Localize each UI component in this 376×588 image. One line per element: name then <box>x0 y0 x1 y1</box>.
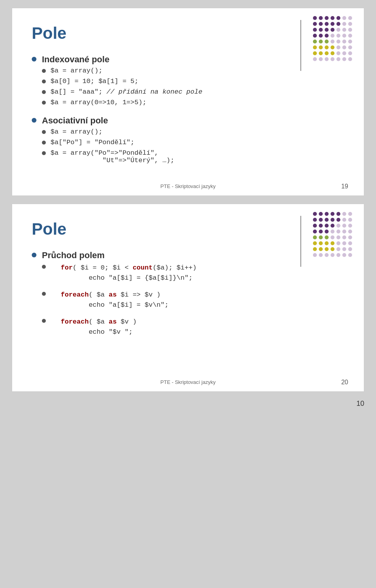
for-line1: for( $i = 0; $i < count($a); $i++) <box>61 264 197 271</box>
section-assoc-label: Asociativní pole <box>42 116 344 126</box>
indexed-code-2: $a[0] = 10; $a[1] = 5; <box>51 78 138 85</box>
dots-grid-2 <box>313 212 352 258</box>
foreach2-line1: foreach( $a as $v ) <box>61 318 137 326</box>
pruchod-item-foreach1: foreach( $a as $i => $v ) echo "a[$i] = … <box>42 290 344 310</box>
sub-dot-4 <box>42 101 46 105</box>
slide-2-footer: PTE - Skriptovací jazyky 20 <box>12 379 364 385</box>
slide-2-title: Pole <box>32 220 344 239</box>
sub-dot-1 <box>42 69 46 73</box>
slide-1-footer: PTE - Skriptovací jazyky 19 <box>12 183 364 189</box>
indexed-code-1: $a = array(); <box>51 67 103 74</box>
bottom-page-number: 10 <box>12 400 364 408</box>
slide-1: Pole Indexované pole $a = array(); $a[0]… <box>12 8 364 196</box>
pruchod-item-for: for( $i = 0; $i < count($a); $i++) echo … <box>42 263 344 283</box>
bullet-dot-pruchod <box>32 253 36 257</box>
assoc-item-3: $a = array("Po"=>"Pondělí", "Ut"=>"Úterý… <box>42 149 344 164</box>
pruchod-dot-for <box>42 265 46 269</box>
slide-2-page-number: 20 <box>341 379 348 386</box>
assoc-code-3: $a = array("Po"=>"Pondělí", "Ut"=>"Úterý… <box>51 149 174 164</box>
assoc-dot-2 <box>42 141 46 145</box>
section-pruchod: Průchod polem for( $i = 0; $i < count($a… <box>32 250 344 340</box>
sub-dot-2 <box>42 80 46 83</box>
assoc-item-1: $a = array(); <box>42 128 344 136</box>
for-line2: echo "a[$i] = {$a[$i]}\n"; <box>61 274 193 282</box>
section-pruchod-content: Průchod polem for( $i = 0; $i < count($a… <box>42 250 344 340</box>
slide-1-footer-text: PTE - Skriptovací jazyky <box>161 183 216 189</box>
assoc-code-1: $a = array(); <box>51 128 103 136</box>
bullet-dot-indexed <box>32 57 36 62</box>
assoc-dot-3 <box>42 151 46 155</box>
indexed-item-1: $a = array(); <box>42 67 344 74</box>
assoc-sub-bullets: $a = array(); $a["Po"] = "Pondělí"; $a =… <box>42 128 344 164</box>
indexed-code-4: $a = array(0=>10, 1=>5); <box>51 99 146 106</box>
sub-dot-3 <box>42 90 46 94</box>
pruchod-foreach2-code: foreach( $a as $v ) echo "$v "; <box>61 317 137 337</box>
dots-decoration-2 <box>313 212 352 255</box>
slide-1-title: Pole <box>32 24 344 43</box>
section-assoc: Asociativní pole $a = array(); $a["Po"] … <box>32 116 344 167</box>
indexed-item-3: $a[] = "aaa"; // přidání na konec pole <box>42 88 344 96</box>
pruchod-sub-bullets: for( $i = 0; $i < count($a); $i++) echo … <box>42 263 344 337</box>
indexed-sub-bullets: $a = array(); $a[0] = 10; $a[1] = 5; $a[… <box>42 67 344 106</box>
vertical-line-1 <box>300 20 301 71</box>
section-assoc-content: Asociativní pole $a = array(); $a["Po"] … <box>42 116 344 167</box>
slide-2-footer-text: PTE - Skriptovací jazyky <box>161 379 216 385</box>
indexed-item-2: $a[0] = 10; $a[1] = 5; <box>42 78 344 85</box>
assoc-item-2: $a["Po"] = "Pondělí"; <box>42 139 344 146</box>
indexed-code-3: $a[] = "aaa"; // přidání na konec pole <box>51 88 202 96</box>
assoc-dot-1 <box>42 130 46 134</box>
bottom-page-number-value: 10 <box>356 400 364 407</box>
dots-grid-1 <box>313 16 352 62</box>
section-indexed-label: Indexované pole <box>42 54 344 65</box>
foreach2-line2: echo "$v "; <box>61 328 133 336</box>
pruchod-dot-foreach1 <box>42 292 46 296</box>
pruchod-dot-foreach2 <box>42 319 46 323</box>
slide-1-content: Indexované pole $a = array(); $a[0] = 10… <box>32 54 344 167</box>
foreach1-line1: foreach( $a as $i => $v ) <box>61 291 161 299</box>
assoc-code-2: $a["Po"] = "Pondělí"; <box>51 139 134 146</box>
pruchod-item-foreach2: foreach( $a as $v ) echo "$v "; <box>42 317 344 337</box>
vertical-line-2 <box>300 216 301 267</box>
bullet-dot-assoc <box>32 118 36 123</box>
foreach1-line2: echo "a[$i] = $v\n"; <box>61 301 168 309</box>
slide-2: Pole Průchod polem for( $i = 0; $i < cou… <box>12 204 364 392</box>
slide-2-content: Průchod polem for( $i = 0; $i < count($a… <box>32 250 344 340</box>
pruchod-foreach1-code: foreach( $a as $i => $v ) echo "a[$i] = … <box>61 290 168 310</box>
section-indexed: Indexované pole $a = array(); $a[0] = 10… <box>32 54 344 109</box>
pruchod-for-code: for( $i = 0; $i < count($a); $i++) echo … <box>61 263 197 283</box>
indexed-item-4: $a = array(0=>10, 1=>5); <box>42 99 344 106</box>
section-indexed-content: Indexované pole $a = array(); $a[0] = 10… <box>42 54 344 109</box>
section-pruchod-label: Průchod polem <box>42 250 344 261</box>
slide-1-page-number: 19 <box>341 183 348 190</box>
dots-decoration-1 <box>313 16 352 59</box>
